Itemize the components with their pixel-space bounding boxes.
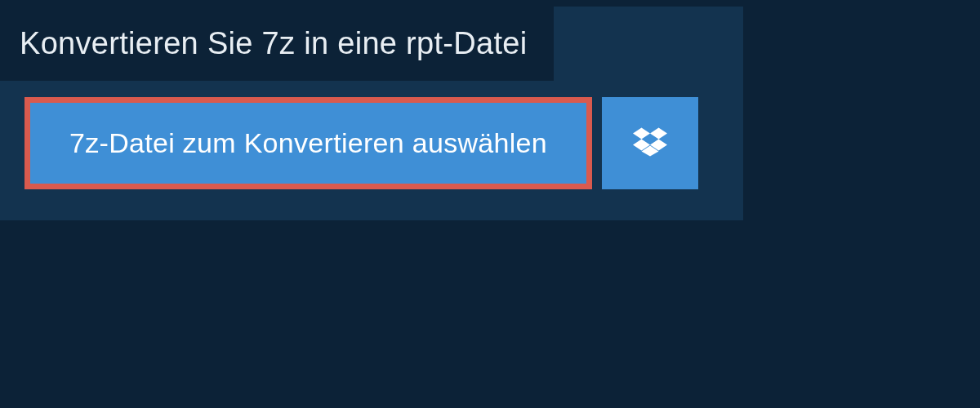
select-file-highlight: 7z-Datei zum Konvertieren auswählen <box>24 97 592 189</box>
title-bar: Konvertieren Sie 7z in eine rpt-Datei <box>0 7 554 81</box>
page-title: Konvertieren Sie 7z in eine rpt-Datei <box>20 26 528 61</box>
converter-panel: Konvertieren Sie 7z in eine rpt-Datei 7z… <box>0 7 743 220</box>
select-file-label: 7z-Datei zum Konvertieren auswählen <box>69 127 547 159</box>
action-row: 7z-Datei zum Konvertieren auswählen <box>0 81 743 189</box>
dropbox-icon <box>633 125 667 162</box>
dropbox-button[interactable] <box>602 97 698 189</box>
select-file-button[interactable]: 7z-Datei zum Konvertieren auswählen <box>30 103 586 184</box>
